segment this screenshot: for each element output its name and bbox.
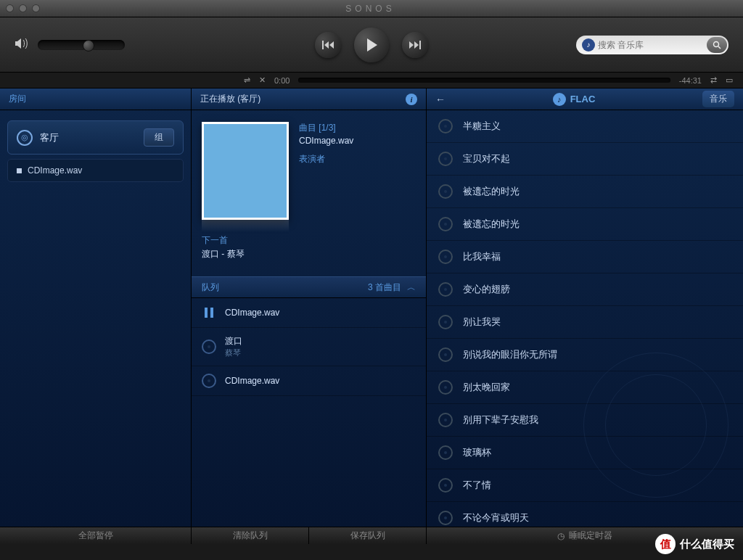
disc-icon — [438, 347, 453, 362]
remaining-time: -44:31 — [679, 76, 702, 85]
speaker-icon: ◎ — [17, 130, 33, 146]
back-button[interactable]: ← — [435, 94, 446, 105]
library-track[interactable]: 被遗忘的时光 — [427, 176, 743, 208]
library-track[interactable]: 半糖主义 — [427, 110, 743, 143]
progress-bar[interactable] — [298, 78, 670, 83]
track-title: 别太晚回家 — [463, 381, 510, 394]
next-label: 下一首 — [202, 234, 416, 247]
next-track-info: 下一首 渡口 - 蔡琴 — [192, 231, 426, 276]
library-track[interactable]: 宝贝对不起 — [427, 143, 743, 176]
queue-item[interactable]: 渡口蔡琴 — [192, 328, 426, 366]
disc-icon — [438, 250, 453, 264]
track-title: 不了情 — [463, 479, 491, 492]
disc-icon — [438, 511, 453, 525]
app-title: SONOS — [40, 4, 701, 14]
chevron-up-icon[interactable]: ︿ — [407, 281, 416, 294]
search-button[interactable] — [707, 37, 727, 53]
pause-all-button[interactable]: 全部暂停 — [0, 527, 192, 544]
now-header-title: 正在播放 (客厅) — [200, 93, 406, 105]
note-icon: ♪ — [553, 93, 566, 106]
disc-icon — [438, 282, 453, 297]
disc-icon — [438, 445, 453, 460]
window-controls — [6, 4, 40, 12]
album-art[interactable] — [202, 122, 289, 220]
library-track[interactable]: 不了情 — [427, 469, 743, 502]
titlebar: SONOS — [0, 0, 743, 17]
play-button[interactable] — [354, 28, 389, 62]
track-title: 半糖主义 — [463, 120, 501, 133]
room-track[interactable]: CDImage.wav — [7, 159, 184, 182]
queue-item-artist: 蔡琴 — [225, 347, 242, 358]
group-button[interactable]: 组 — [144, 128, 174, 147]
room-name: 客厅 — [40, 131, 136, 144]
svg-rect-1 — [205, 308, 208, 318]
library-column: ← ♪ FLAC 音乐 半糖主义宝贝对不起被遗忘的时光被遗忘的时光比我幸福变心的… — [427, 88, 743, 527]
music-note-icon: ♪ — [582, 38, 595, 52]
now-playing-info: 曲目 [1/3] CDImage.wav 表演者 — [192, 110, 426, 231]
track-title: 别用下辈子安慰我 — [463, 413, 538, 427]
queue-item[interactable]: CDImage.wav — [192, 366, 426, 396]
svg-point-0 — [714, 41, 719, 46]
track-meta: 曲目 [1/3] CDImage.wav 表演者 — [299, 122, 353, 220]
prev-button[interactable] — [315, 32, 341, 58]
disc-icon — [438, 380, 453, 395]
shuffle-icon[interactable]: ✕ — [259, 75, 266, 85]
track-title: 比我幸福 — [463, 250, 501, 263]
library-track[interactable]: 别让我哭 — [427, 306, 743, 339]
track-title: 别让我哭 — [463, 316, 501, 329]
library-track[interactable]: 别太晚回家 — [427, 371, 743, 404]
library-track[interactable]: 玻璃杯 — [427, 437, 743, 469]
library-header: ← ♪ FLAC 音乐 — [427, 88, 743, 110]
artist-label: 表演者 — [299, 153, 353, 165]
clear-queue-button[interactable]: 清除队列 — [192, 527, 309, 544]
watermark-icon: 值 — [655, 534, 676, 554]
volume-control — [15, 37, 125, 53]
queue-item-title: CDImage.wav — [225, 308, 279, 318]
library-title: FLAC — [570, 94, 596, 104]
track-title: 变心的翅膀 — [463, 283, 510, 296]
track-title: 宝贝对不起 — [463, 152, 510, 165]
volume-slider[interactable] — [38, 40, 125, 50]
close-window[interactable] — [6, 4, 14, 12]
library-track[interactable]: 别用下辈子安慰我 — [427, 404, 743, 437]
svg-rect-2 — [210, 308, 213, 318]
next-button[interactable] — [402, 32, 428, 58]
rooms-column: 房间 ◎ 客厅 组 CDImage.wav — [0, 88, 192, 527]
save-queue-button[interactable]: 保存队列 — [309, 527, 427, 544]
library-track[interactable]: 别说我的眼泪你无所谓 — [427, 339, 743, 371]
library-track[interactable]: 比我幸福 — [427, 241, 743, 273]
now-playing-header: 正在播放 (客厅) i — [192, 88, 426, 110]
info-icon[interactable]: i — [406, 94, 417, 105]
queue-list: CDImage.wav渡口蔡琴CDImage.wav — [192, 298, 426, 396]
music-button[interactable]: 音乐 — [702, 91, 734, 107]
minimize-window[interactable] — [19, 4, 27, 12]
queue-item[interactable]: CDImage.wav — [192, 298, 426, 328]
library-track[interactable]: 变心的翅膀 — [427, 273, 743, 306]
eq-icon[interactable]: ▭ — [726, 75, 733, 85]
track-title: 不论今宵或明天 — [463, 511, 529, 524]
zoom-window[interactable] — [32, 4, 40, 12]
volume-icon — [15, 37, 29, 53]
track-list: 半糖主义宝贝对不起被遗忘的时光被遗忘的时光比我幸福变心的翅膀别让我哭别说我的眼泪… — [427, 110, 743, 527]
disc-icon — [202, 339, 216, 354]
toolbar: ♪ — [0, 17, 743, 73]
crossfade-icon[interactable]: ⇄ — [710, 75, 717, 85]
library-track[interactable]: 被遗忘的时光 — [427, 208, 743, 241]
track-title: 被遗忘的时光 — [463, 218, 520, 231]
library-track[interactable]: 不论今宵或明天 — [427, 502, 743, 527]
time-bar: ⇌ ✕ 0:00 -44:31 ⇄ ▭ — [0, 73, 743, 88]
volume-knob[interactable] — [83, 40, 94, 52]
queue-header: 队列 3 首曲目 ︿ — [192, 276, 426, 298]
repeat-icon[interactable]: ⇌ — [244, 75, 250, 85]
pause-icon — [202, 305, 216, 320]
elapsed-time: 0:00 — [274, 76, 290, 85]
track-title: 玻璃杯 — [463, 446, 491, 459]
next-track: 渡口 - 蔡琴 — [202, 248, 416, 260]
track-label: 曲目 [1/3] — [299, 122, 353, 134]
watermark-text: 什么值得买 — [680, 538, 734, 551]
room-item[interactable]: ◎ 客厅 组 — [7, 120, 184, 155]
disc-icon — [438, 119, 453, 133]
track-name: CDImage.wav — [299, 136, 353, 146]
room-track-name: CDImage.wav — [28, 165, 82, 176]
search-input[interactable] — [598, 40, 707, 50]
